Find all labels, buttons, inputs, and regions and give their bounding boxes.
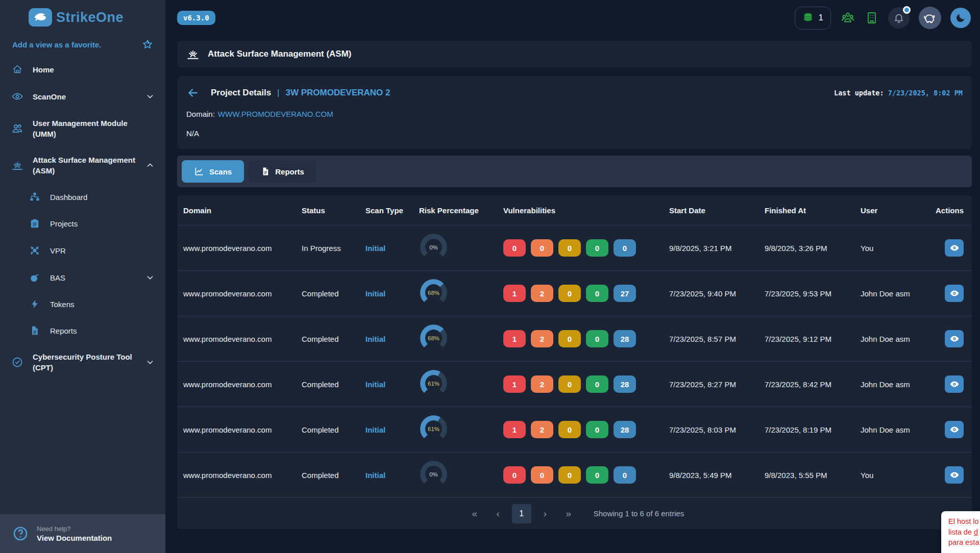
vulnerability-badge: 0 [558,330,581,347]
pagination-summary: Showing 1 to 6 of 6 entries [594,509,684,518]
view-scan-button[interactable] [945,466,964,484]
cell-user: John Doe asm [861,335,936,343]
cell-actions [945,239,972,257]
column-header-start-date[interactable]: Start Date [669,206,765,215]
pagination-prev[interactable]: ‹ [488,504,508,523]
favorite-star-icon[interactable] [142,39,153,50]
cell-vulnerabilities: 120028 [503,330,669,347]
document-icon [29,325,41,336]
sidebar-item-home[interactable]: Home [0,56,165,83]
chevron-down-icon [146,273,154,282]
risk-gauge: 68% [419,323,448,353]
pagination-page-1[interactable]: 1 [512,504,531,523]
view-scan-button[interactable] [945,330,964,347]
cell-user: John Doe asm [861,380,936,389]
tab-scans[interactable]: Scans [182,160,244,183]
sidebar-item-label: Reports [50,325,77,336]
favorite-row: Add a view as a favorite. [0,32,165,53]
sidebar-item-label: BAS [50,272,65,283]
cell-actions [945,375,972,393]
view-scan-button[interactable] [945,421,964,438]
brand-logo[interactable]: StrikeOne [0,0,165,32]
sidebar-item-label: VPR [50,245,66,256]
vulnerability-badge: 0 [558,421,581,438]
vulnerability-badge: 2 [531,421,553,438]
view-scan-button[interactable] [945,375,964,393]
version-badge: v6.3.0 [177,11,215,25]
column-header-domain[interactable]: Domain [183,206,302,215]
notifications-bell-icon[interactable] [888,7,910,29]
sidebar-item-label: Attack Surface Management (ASM) [33,155,137,176]
vulnerability-badge: 28 [614,330,636,347]
cell-scan-type: Initial [365,380,419,389]
cell-finished-at: 7/23/2025, 9:12 PM [765,335,861,343]
vulnerability-badge: 0 [503,239,526,257]
sidebar-item-cpt[interactable]: Cybersecurity Posture Tool (CPT) [0,344,165,381]
pagination-next[interactable]: › [535,504,555,523]
column-header-risk-percentage[interactable]: Risk Percentage [419,206,503,215]
sidebar: StrikeOne Add a view as a favorite. Home… [0,0,165,553]
vulnerability-badge: 0 [586,466,608,484]
column-header-user[interactable]: User [861,206,936,215]
view-scan-button[interactable] [945,239,964,257]
sidebar-item-reports[interactable]: Reports [0,317,165,344]
sidebar-item-dashboard[interactable]: Dashboard [0,184,165,210]
help-section[interactable]: Need help? View Documentation [0,514,165,553]
tooltip-link[interactable]: d [974,528,978,536]
cell-finished-at: 7/23/2025, 8:19 PM [765,425,861,434]
project-details-title: Project Details [211,88,271,98]
sidebar-item-projects[interactable]: Projects [0,210,165,237]
risk-gauge: 61% [419,369,448,398]
column-header-scan-type[interactable]: Scan Type [365,206,419,215]
vulnerability-badge: 0 [586,375,608,393]
cell-risk-percentage: 61% [419,414,503,445]
risk-gauge: 0% [419,460,448,489]
pagination-first[interactable]: « [465,504,484,523]
project-name[interactable]: 3W PROMODEVERANO 2 [286,88,390,98]
organization-users-icon[interactable] [840,10,855,26]
vulnerability-badge: 1 [503,285,526,302]
sidebar-item-scanone[interactable]: ScanOne [0,83,165,110]
cell-status: Completed [302,289,365,298]
vpr-icon [29,244,41,257]
building-icon[interactable] [865,11,879,25]
tab-reports[interactable]: Reports [249,160,316,183]
risk-gauge: 61% [419,414,448,443]
sidebar-item-label: Tokens [50,299,75,310]
check-circle-icon [11,356,23,368]
cell-user: John Doe asm [861,425,936,434]
vulnerability-badge: 2 [531,285,553,302]
domain-label: Domain: [186,110,215,118]
cell-status: Completed [302,335,365,343]
table-row: www.promodeverano.com Completed Initial … [177,361,972,407]
tab-label: Scans [209,167,232,176]
cell-user: John Doe asm [861,289,936,298]
vulnerability-badge: 1 [503,421,526,438]
main-area: v6.3.0 1 [165,0,980,553]
question-circle-icon [12,525,29,542]
sidebar-item-vpr[interactable]: VPR [0,237,165,264]
view-scan-button[interactable] [945,285,964,302]
table-row: www.promodeverano.com In Progress Initia… [177,225,972,270]
credits-pill[interactable]: 1 [795,7,831,30]
vulnerability-badge: 2 [531,375,553,393]
app-root: StrikeOne Add a view as a favorite. Home… [0,0,980,553]
sidebar-item-label: Projects [50,218,78,229]
view-documentation-link[interactable]: View Documentation [37,534,112,542]
dark-mode-moon-icon[interactable] [950,8,971,28]
user-avatar-bison-icon[interactable] [919,7,941,29]
column-header-actions[interactable]: Actions [936,206,972,215]
pagination-last[interactable]: » [559,504,578,523]
back-arrow-icon[interactable] [186,86,200,99]
sidebar-item-tokens[interactable]: Tokens [0,291,165,317]
tooltip-line: lista de d [948,527,980,538]
sidebar-item-asm[interactable]: Attack Surface Management (ASM) [0,147,165,184]
table-body: www.promodeverano.com In Progress Initia… [177,225,972,497]
column-header-vulnerabilities[interactable]: Vulnerabilities [503,206,669,215]
sidebar-item-label: Cybersecurity Posture Tool (CPT) [33,351,137,373]
project-domain-link[interactable]: WWW.PROMODEVERANO.COM [218,110,333,118]
column-header-status[interactable]: Status [302,206,365,215]
column-header-finished-at[interactable]: Finished At [765,206,861,215]
sidebar-item-bas[interactable]: BAS [0,264,165,291]
sidebar-item-umm[interactable]: User Management Module (UMM) [0,110,165,147]
